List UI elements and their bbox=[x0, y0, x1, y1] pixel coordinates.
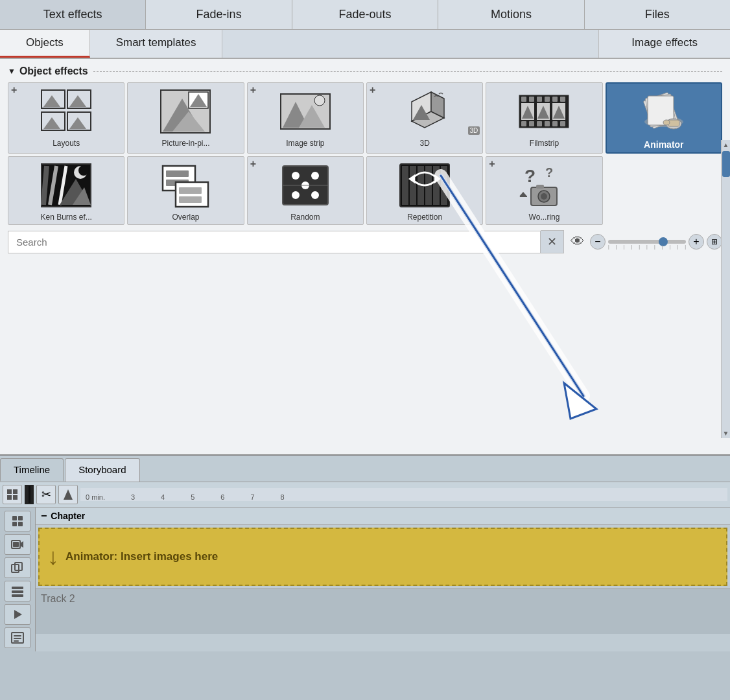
tab-fade-outs[interactable]: Fade-outs bbox=[292, 0, 438, 29]
collapse-arrow-icon[interactable]: ▼ bbox=[8, 67, 16, 76]
playhead-marker bbox=[25, 485, 34, 504]
tab-objects[interactable]: Objects bbox=[0, 30, 90, 58]
3d-label: 3D bbox=[370, 139, 480, 148]
marker-button[interactable] bbox=[58, 485, 78, 504]
zoom-out-button[interactable]: − bbox=[590, 234, 606, 250]
svg-line-48 bbox=[43, 166, 47, 205]
ruler-mark-3: 3 bbox=[131, 493, 135, 501]
tab-fade-ins[interactable]: Fade-ins bbox=[146, 0, 292, 29]
main-panel: ▼ Object effects + Layouts bbox=[0, 59, 730, 454]
effect-3d[interactable]: + 3D 3D bbox=[366, 82, 483, 154]
svg-rect-58 bbox=[176, 182, 208, 207]
svg-rect-70 bbox=[410, 166, 416, 205]
animator-label: Animator bbox=[609, 139, 718, 150]
repetition-label: Repetition bbox=[370, 213, 480, 222]
timeline-content: − Chapter ↓ Animator: Insert images here… bbox=[36, 508, 730, 651]
svg-point-46 bbox=[663, 120, 670, 125]
plus-badge-3d: + bbox=[370, 84, 375, 96]
effect-repetition[interactable]: Repetition bbox=[366, 156, 483, 225]
svg-marker-5 bbox=[69, 95, 86, 107]
svg-rect-110 bbox=[14, 638, 21, 639]
animator-track[interactable]: ↓ Animator: Insert images here bbox=[38, 528, 727, 586]
timeline-grid-icon[interactable] bbox=[3, 485, 22, 504]
tab-text-effects[interactable]: Text effects bbox=[0, 0, 146, 29]
svg-marker-94 bbox=[64, 489, 73, 500]
ruler-mark-8: 8 bbox=[281, 493, 285, 501]
chapter-collapse-button[interactable]: − bbox=[41, 510, 47, 522]
layouts-icon bbox=[11, 86, 121, 137]
svg-rect-32 bbox=[552, 121, 558, 126]
zoom-in-button[interactable]: + bbox=[689, 234, 704, 250]
zoom-fit-button[interactable]: ⊞ bbox=[707, 234, 722, 250]
svg-rect-100 bbox=[13, 542, 19, 547]
tab-files[interactable]: Files bbox=[585, 0, 730, 29]
zoom-control: − ||||||||||| + ⊞ bbox=[590, 234, 722, 250]
image-strip-icon bbox=[250, 86, 360, 137]
tab-smart-templates[interactable]: Smart templates bbox=[90, 30, 223, 58]
svg-rect-69 bbox=[402, 166, 408, 205]
effect-random[interactable]: + Random bbox=[247, 156, 364, 225]
svg-marker-107 bbox=[14, 610, 22, 619]
svg-marker-4 bbox=[43, 95, 60, 107]
effect-layouts[interactable]: + Layouts bbox=[8, 82, 124, 154]
timeline-area: − Chapter ↓ Animator: Insert images here… bbox=[0, 508, 730, 651]
animator-track-text: Animator: Insert images here bbox=[65, 550, 218, 563]
top-tab-bar: Text effects Fade-ins Fade-outs Motions … bbox=[0, 0, 730, 30]
effect-image-strip[interactable]: + Image strip bbox=[247, 82, 364, 154]
play-button[interactable] bbox=[5, 604, 30, 625]
svg-rect-91 bbox=[13, 489, 18, 494]
effect-wondering[interactable]: + ? ? Wo...ring bbox=[486, 156, 602, 225]
scroll-down-button[interactable]: ▼ bbox=[722, 428, 730, 438]
svg-rect-24 bbox=[537, 97, 542, 102]
svg-text:?: ? bbox=[545, 165, 553, 180]
svg-rect-92 bbox=[7, 495, 12, 500]
effect-filmstrip[interactable]: Filmstrip bbox=[486, 82, 602, 154]
svg-marker-83 bbox=[519, 192, 527, 196]
eye-icon[interactable]: 👁 bbox=[571, 233, 585, 250]
3d-icon bbox=[370, 86, 480, 137]
effects-grid-row1: + Layouts bbox=[8, 82, 722, 154]
effect-picture-in-pi[interactable]: Picture-in-pi... bbox=[127, 82, 244, 154]
tab-storyboard[interactable]: Storyboard bbox=[65, 458, 139, 482]
wondering-icon: ? ? bbox=[489, 159, 599, 211]
search-clear-button[interactable]: ✕ bbox=[541, 230, 564, 253]
settings-button[interactable] bbox=[5, 627, 30, 648]
track2-row: Track 2 bbox=[36, 589, 730, 634]
svg-rect-105 bbox=[12, 590, 23, 593]
effect-overlap[interactable]: Overlap bbox=[127, 156, 244, 225]
svg-rect-106 bbox=[12, 594, 23, 597]
svg-marker-7 bbox=[69, 117, 86, 129]
svg-rect-33 bbox=[560, 121, 565, 126]
effects-grid-row2: Ken Burns ef... Overlap + bbox=[8, 156, 722, 225]
add-track-button[interactable] bbox=[5, 511, 30, 531]
empty-cell bbox=[606, 156, 722, 225]
zoom-slider[interactable]: ||||||||||| bbox=[608, 240, 686, 244]
duplicate-button[interactable] bbox=[5, 557, 30, 578]
svg-marker-89 bbox=[564, 383, 596, 419]
tab-motions[interactable]: Motions bbox=[438, 0, 584, 29]
scroll-thumb[interactable] bbox=[722, 151, 730, 177]
timeline-controls: ✂ 0 min. 3 4 5 6 7 8 bbox=[0, 482, 730, 508]
ruler-mark-7: 7 bbox=[250, 493, 254, 501]
tab-image-effects[interactable]: Image effects bbox=[598, 30, 730, 58]
effect-animator[interactable]: Animator bbox=[606, 82, 722, 154]
svg-rect-26 bbox=[552, 97, 558, 102]
svg-rect-29 bbox=[529, 121, 534, 126]
overlap-icon bbox=[130, 159, 241, 211]
sequence-button[interactable] bbox=[5, 581, 30, 601]
scissors-button[interactable]: ✂ bbox=[36, 485, 56, 504]
svg-rect-22 bbox=[521, 97, 526, 102]
svg-rect-31 bbox=[545, 121, 550, 126]
scroll-up-button[interactable]: ▲ bbox=[722, 140, 730, 150]
ken-burns-icon bbox=[11, 159, 121, 211]
plus-badge-layouts: + bbox=[11, 84, 17, 96]
animator-track-down-arrow-icon: ↓ bbox=[47, 543, 59, 570]
random-icon bbox=[250, 159, 360, 211]
svg-rect-23 bbox=[529, 97, 534, 102]
add-video-button[interactable] bbox=[5, 534, 30, 555]
tab-timeline[interactable]: Timeline bbox=[0, 458, 64, 482]
search-input[interactable] bbox=[8, 231, 541, 253]
svg-rect-98 bbox=[18, 522, 23, 526]
timeline-ruler: 0 min. 3 4 5 6 7 8 bbox=[80, 488, 727, 501]
effect-ken-burns[interactable]: Ken Burns ef... bbox=[8, 156, 124, 225]
